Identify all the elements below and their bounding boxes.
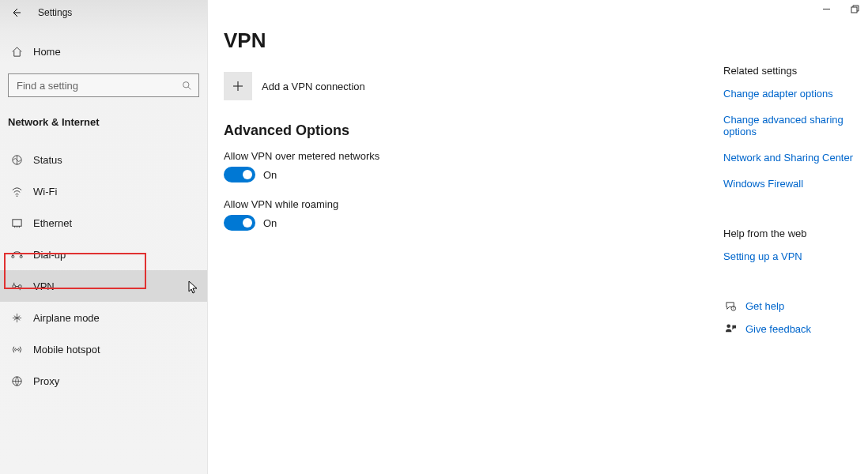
search-box[interactable] (8, 73, 199, 97)
status-icon (9, 154, 24, 166)
sidebar-item-label: Airplane mode (33, 312, 100, 324)
sidebar-header: Settings (0, 0, 207, 28)
home-icon (9, 46, 24, 58)
sidebar-item-label: Mobile hotspot (33, 344, 100, 356)
sidebar-nav: Status Wi-Fi Ethernet Dial-up (0, 144, 207, 397)
svg-point-0 (183, 81, 189, 87)
sidebar-item-label: Dial-up (33, 249, 66, 261)
minimize-button[interactable] (821, 3, 832, 14)
sidebar-item-label: VPN (33, 280, 55, 292)
sidebar-category: Network & Internet (0, 105, 207, 139)
vpn-icon (9, 280, 24, 292)
sidebar-item-label: Status (33, 154, 62, 166)
network-center-link[interactable]: Network and Sharing Center (723, 152, 866, 164)
help-heading: Help from the web (723, 228, 866, 239)
give-feedback-label: Give feedback (745, 323, 811, 335)
sidebar-item-dialup[interactable]: Dial-up (0, 239, 207, 270)
svg-rect-9 (20, 255, 22, 258)
sidebar-item-hotspot[interactable]: Mobile hotspot (0, 333, 207, 365)
roaming-state: On (263, 217, 277, 229)
proxy-icon (9, 375, 24, 387)
sidebar-item-wifi[interactable]: Wi-Fi (0, 175, 207, 207)
back-arrow-icon (10, 7, 21, 18)
metered-networks-toggle[interactable] (224, 167, 255, 182)
plus-icon (224, 72, 252, 100)
airplane-icon (9, 312, 24, 324)
window-controls (821, 3, 860, 14)
svg-point-21 (726, 324, 730, 328)
search-input[interactable] (15, 79, 157, 92)
give-feedback-row[interactable]: Give feedback (723, 323, 866, 335)
metered-networks-state: On (263, 169, 277, 181)
window-title: Settings (38, 7, 72, 18)
toggle-knob (243, 170, 252, 179)
maximize-button[interactable] (849, 3, 860, 14)
back-button[interactable] (8, 5, 24, 21)
chat-icon: ? (723, 300, 738, 312)
svg-rect-23 (851, 7, 857, 13)
sidebar-item-label: Ethernet (33, 217, 72, 229)
svg-rect-8 (11, 255, 13, 258)
sidebar-home[interactable]: Home (0, 38, 207, 66)
svg-point-11 (18, 284, 21, 288)
add-vpn-label: Add a VPN connection (262, 81, 365, 92)
dialup-icon (9, 249, 24, 261)
svg-line-1 (188, 87, 191, 89)
firewall-link[interactable]: Windows Firewall (723, 178, 866, 190)
sidebar: Settings Home Network & Internet Status (0, 0, 208, 474)
change-sharing-link[interactable]: Change advanced sharing options (723, 114, 866, 137)
get-help-label: Get help (745, 300, 784, 312)
change-adapter-link[interactable]: Change adapter options (723, 88, 866, 100)
sidebar-item-proxy[interactable]: Proxy (0, 365, 207, 397)
ethernet-icon (9, 217, 24, 229)
search-icon (182, 81, 192, 91)
feedback-icon (723, 323, 738, 335)
svg-rect-4 (12, 219, 21, 225)
svg-point-3 (16, 195, 17, 197)
toggle-knob (243, 218, 252, 228)
settings-app: Settings Home Network & Internet Status (0, 0, 868, 474)
related-settings-heading: Related settings (723, 65, 866, 77)
hotspot-icon (9, 344, 24, 356)
setting-up-vpn-link[interactable]: Setting up a VPN (723, 250, 866, 262)
sidebar-home-label: Home (33, 46, 61, 58)
sidebar-item-vpn[interactable]: VPN (0, 270, 207, 302)
sidebar-item-label: Wi-Fi (33, 186, 57, 198)
get-help-row[interactable]: ? Get help (723, 300, 866, 312)
sidebar-item-status[interactable]: Status (0, 144, 207, 175)
right-pane: Related settings Change adapter options … (723, 65, 866, 346)
sidebar-item-airplane[interactable]: Airplane mode (0, 302, 207, 333)
svg-text:?: ? (732, 307, 734, 310)
wifi-icon (9, 186, 24, 198)
svg-point-15 (16, 348, 17, 350)
roaming-toggle[interactable] (224, 215, 255, 231)
sidebar-item-label: Proxy (33, 375, 59, 387)
page-title: VPN (224, 28, 868, 53)
sidebar-item-ethernet[interactable]: Ethernet (0, 207, 207, 239)
svg-point-10 (12, 284, 15, 288)
